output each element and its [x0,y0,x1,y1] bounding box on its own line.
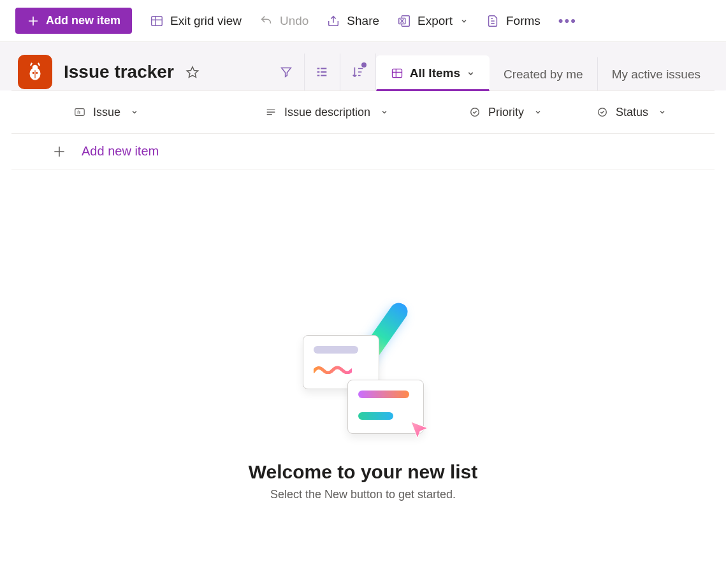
column-header-status[interactable]: Status [597,106,703,119]
chevron-down-icon [534,108,542,116]
chevron-down-icon [460,17,468,25]
add-new-item-row-label: Add new item [82,144,159,159]
column-header-issue-description[interactable]: Issue description [265,106,469,119]
form-icon [486,14,500,28]
empty-state-illustration [296,310,430,443]
chevron-down-icon [381,108,388,116]
svg-point-6 [36,72,38,74]
column-header-priority[interactable]: Priority [469,106,597,119]
list-app-icon [18,55,52,89]
view-tab-label: My active issues [612,68,701,82]
grid-icon [150,14,164,28]
view-tab-label: Created by me [504,68,583,82]
empty-state: Welcome to your new list Select the New … [0,169,726,501]
view-tab-my-active-issues[interactable]: My active issues [598,57,715,90]
text-column-icon [74,106,85,118]
add-new-item-button[interactable]: Add new item [15,8,132,34]
choice-column-icon [469,106,481,118]
column-header-row: Issue Issue description Priority Status [11,90,715,134]
forms-button[interactable]: Forms [486,14,541,28]
column-label: Priority [488,106,524,119]
column-label: Issue description [284,106,370,119]
add-new-item-row[interactable]: Add new item [11,134,715,169]
forms-label: Forms [506,14,541,28]
more-actions-button[interactable]: ••• [558,13,577,29]
svg-point-4 [33,65,38,71]
excel-icon [397,14,411,28]
list-title: Issue tracker [64,62,174,82]
export-button[interactable]: Export [397,14,468,28]
exit-grid-view-button[interactable]: Exit grid view [150,14,242,28]
favorite-star-icon[interactable] [185,65,200,79]
view-controls: All Items Created by me My active issues [269,54,715,90]
view-tab-created-by-me[interactable]: Created by me [490,57,598,90]
command-bar: Add new item Exit grid view Undo Share E… [0,0,726,42]
filter-button[interactable] [269,54,305,90]
column-label: Status [616,106,648,119]
svg-rect-0 [152,16,163,25]
column-label: Issue [93,106,120,119]
svg-rect-7 [392,69,402,77]
undo-icon [259,14,273,28]
plus-icon [52,145,66,159]
plus-icon [27,15,40,27]
add-new-item-label: Add new item [46,14,120,27]
grid-icon [391,67,403,80]
share-button[interactable]: Share [326,14,379,28]
svg-point-5 [33,72,34,74]
sort-button[interactable] [340,54,376,90]
choice-column-icon [597,106,608,118]
share-label: Share [347,14,379,28]
view-tab-label: All Items [410,66,460,80]
share-icon [326,14,340,28]
chevron-down-icon [658,108,666,116]
group-button[interactable] [305,54,340,90]
export-label: Export [417,14,453,28]
sort-indicator-dot [361,62,367,68]
list-header: Issue tracker All Items [0,42,726,90]
empty-state-title: Welcome to your new list [249,461,478,483]
chevron-down-icon [467,69,475,78]
empty-state-subtitle: Select the New button to get started. [270,488,456,501]
view-tab-all-items[interactable]: All Items [376,55,490,91]
undo-label: Undo [280,14,309,28]
multiline-column-icon [265,106,277,118]
chevron-down-icon [131,108,138,116]
undo-button: Undo [259,14,309,28]
group-icon [315,65,329,79]
exit-grid-view-label: Exit grid view [170,14,242,28]
filter-icon [279,65,293,79]
column-header-issue[interactable]: Issue [23,106,265,119]
